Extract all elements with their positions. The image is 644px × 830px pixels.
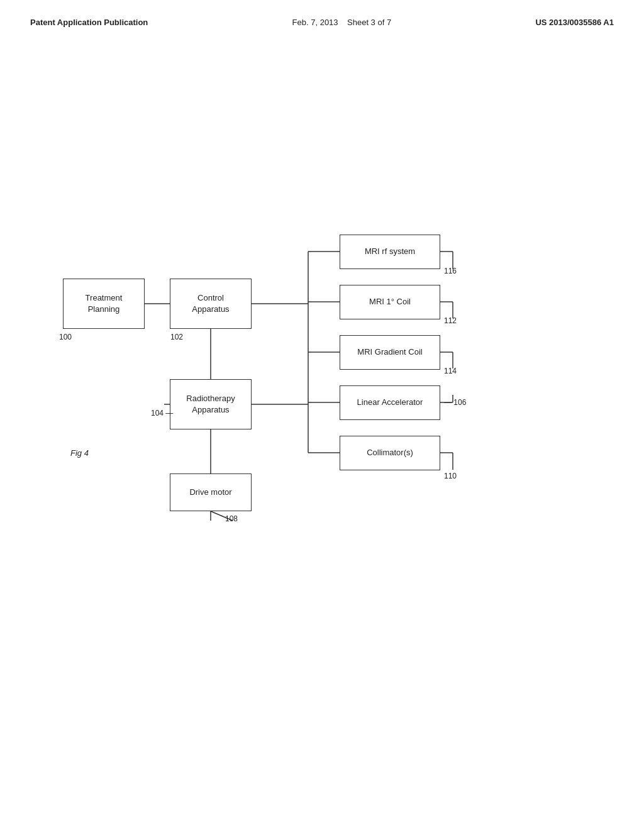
mri-rf-system-box: MRI rf system — [340, 235, 440, 269]
page-header: Patent Application Publication Feb. 7, 2… — [0, 0, 644, 27]
label-114: 114 — [444, 367, 457, 375]
treatment-planning-label: TreatmentPlanning — [86, 292, 123, 315]
label-116: 116 — [444, 267, 457, 275]
control-apparatus-box: ControlApparatus — [170, 279, 252, 329]
treatment-planning-box: TreatmentPlanning — [63, 279, 145, 329]
connectors-svg — [0, 33, 644, 775]
label-112: 112 — [444, 316, 457, 325]
drive-motor-label: Drive motor — [189, 487, 231, 498]
mri-primary-coil-box: MRI 1° Coil — [340, 285, 440, 319]
collimators-box: Collimator(s) — [340, 436, 440, 470]
drive-motor-box: Drive motor — [170, 473, 252, 511]
header-right: US 2013/0035586 A1 — [535, 18, 614, 27]
header-left: Patent Application Publication — [30, 18, 148, 27]
radiotherapy-apparatus-label: RadiotherapyApparatus — [186, 393, 235, 416]
mri-rf-system-label: MRI rf system — [365, 246, 415, 257]
linear-accelerator-label: Linear Accelerator — [357, 397, 423, 408]
header-sheet: Sheet 3 of 7 — [347, 18, 391, 27]
mri-gradient-coil-label: MRI Gradient Coil — [357, 346, 422, 358]
mri-primary-coil-label: MRI 1° Coil — [369, 296, 411, 307]
control-apparatus-label: ControlApparatus — [192, 292, 229, 315]
mri-gradient-coil-box: MRI Gradient Coil — [340, 335, 440, 370]
radiotherapy-apparatus-box: RadiotherapyApparatus — [170, 379, 252, 429]
diagram-area: TreatmentPlanning ControlApparatus Radio… — [0, 33, 644, 775]
header-center: Feb. 7, 2013 Sheet 3 of 7 — [292, 18, 392, 27]
collimators-label: Collimator(s) — [367, 447, 413, 458]
label-106: — 106 — [444, 398, 466, 407]
linear-accelerator-box: Linear Accelerator — [340, 385, 440, 420]
label-100: 100 — [59, 333, 72, 341]
label-102: 102 — [170, 333, 183, 341]
label-108: 108 — [225, 514, 238, 523]
label-110: 110 — [444, 472, 457, 480]
header-date: Feb. 7, 2013 — [292, 18, 338, 27]
label-104: 104 — — [151, 409, 173, 418]
fig-label: Fig 4 — [70, 448, 89, 458]
